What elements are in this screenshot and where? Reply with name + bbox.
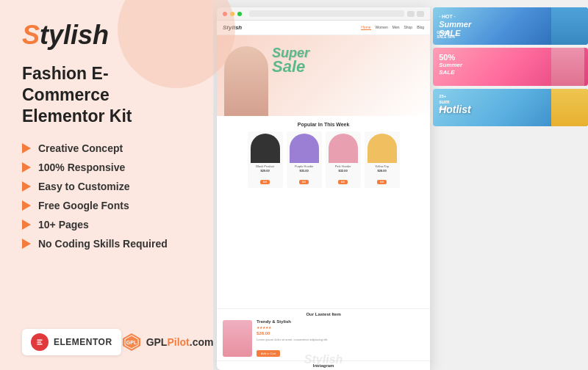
- svg-rect-1: [37, 340, 43, 341]
- browser-url-bar: [249, 10, 404, 17]
- right-panel-1: · HOT · SummerSALE GRANDSALE 50%: [433, 7, 588, 45]
- nav-link-blog[interactable]: Blog: [417, 25, 424, 30]
- gpl-label: GPLPilot.com: [146, 336, 214, 348]
- right-panel: Stylish Home Women Men Shop Blog: [213, 0, 588, 370]
- feature-label: Creative Concept: [38, 142, 123, 154]
- right-model-3: [551, 89, 588, 126]
- product-add-btn[interactable]: Add: [377, 180, 387, 184]
- arrow-icon: [22, 181, 31, 192]
- browser-search-icon: [407, 11, 415, 17]
- hero-sale-text: Sale: [272, 59, 305, 75]
- right-model-2: [551, 48, 584, 85]
- browser-icons: [407, 11, 424, 17]
- right-panel-3: 25+ summer Hotlist: [433, 89, 588, 126]
- mockup-main: Stylish Home Women Men Shop Blog: [217, 7, 430, 370]
- feature-item: Free Google Fonts: [22, 200, 191, 211]
- feature-item: No Coding Skills Required: [22, 238, 191, 250]
- stylish-watermark: Stylish: [304, 353, 343, 366]
- product-card: Black Product $29.00 Add: [248, 131, 283, 188]
- nav-link-women[interactable]: Women: [376, 25, 388, 30]
- latest-desc: Lorem ipsum dolor sit amet, consectetur …: [257, 338, 424, 342]
- product-image-pink: [329, 134, 358, 163]
- product-price: $35.00: [289, 169, 320, 173]
- products-title: Popular In This Week: [223, 122, 424, 127]
- mockup-right-column: · HOT · SummerSALE GRANDSALE 50% 50% Sum…: [433, 7, 588, 126]
- browser-bar: [217, 7, 430, 21]
- hotlist-label: Hotlist: [439, 104, 471, 115]
- feature-label: 100% Responsive: [38, 162, 125, 173]
- product-card: Purple Hoodie $35.00 Add: [287, 131, 322, 188]
- feature-label: Free Google Fonts: [38, 200, 129, 211]
- hero-left: Super Sale: [217, 35, 430, 116]
- browser-cart-icon: [417, 11, 424, 17]
- feature-label: Easy to Customize: [38, 181, 129, 192]
- logo-s: S: [22, 20, 40, 50]
- svg-rect-2: [37, 341, 42, 342]
- product-image-purple: [290, 134, 319, 163]
- product-add-btn[interactable]: Add: [338, 180, 348, 184]
- feature-item: 100% Responsive: [22, 162, 191, 173]
- product-add-btn[interactable]: Add: [260, 180, 270, 184]
- latest-item: Trendy & Stylish ★★★★★ $28.00 Lorem ipsu…: [223, 319, 424, 358]
- product-image-black: [251, 134, 280, 163]
- mockup-wrapper: Stylish Home Women Men Shop Blog: [213, 7, 588, 370]
- elementor-label: ELEMENTOR: [54, 337, 112, 347]
- product-card: Pink Hoodie $32.00 Add: [326, 131, 361, 188]
- gpl-badge: GPL GPLPilot.com: [121, 332, 214, 352]
- product-name: Yellow Top: [367, 164, 398, 168]
- product-card: Yellow Top $28.00 Add: [365, 131, 400, 188]
- arrow-icon: [22, 239, 31, 249]
- summer-sale-text-2: 50% SummerSALE: [439, 54, 462, 76]
- bottom-bar: ELEMENTOR GPL GPLPilot.com: [22, 322, 191, 355]
- logo: Stylish: [22, 22, 191, 48]
- features-list: Creative Concept 100% Responsive Easy to…: [22, 142, 191, 257]
- feature-label: No Coding Skills Required: [38, 238, 168, 250]
- latest-product-image: [223, 320, 252, 357]
- feature-item: Creative Concept: [22, 142, 191, 154]
- site-nav-links: Home Women Men Shop Blog: [361, 25, 424, 30]
- latest-stars: ★★★★★: [257, 325, 424, 330]
- latest-info: Trendy & Stylish ★★★★★ $28.00 Lorem ipsu…: [257, 319, 424, 358]
- latest-title: Our Lastest Item: [223, 312, 424, 316]
- product-name: Purple Hoodie: [289, 164, 320, 168]
- right-panel-2: 50% SummerSALE: [433, 48, 588, 85]
- site-nav: Stylish Home Women Men Shop Blog: [217, 21, 430, 35]
- logo-area: Stylish: [22, 22, 191, 48]
- feature-label: 10+ Pages: [38, 219, 89, 231]
- arrow-icon: [22, 162, 31, 173]
- latest-price: $28.00: [257, 331, 424, 335]
- elementor-badge: ELEMENTOR: [22, 329, 121, 355]
- feature-item: 10+ Pages: [22, 219, 191, 231]
- browser-dot-green: [237, 12, 242, 16]
- site-content: Super Sale Popular In This Week Black Pr…: [217, 35, 430, 370]
- title-area: Fashion E-CommerceElementor Kit: [22, 63, 191, 126]
- hero-section: Super Sale: [217, 35, 430, 116]
- nav-link-home[interactable]: Home: [361, 25, 370, 30]
- arrow-icon: [22, 220, 31, 230]
- svg-text:GPL: GPL: [126, 340, 137, 345]
- gpl-icon-svg: GPL: [121, 332, 142, 352]
- right-model-1: [551, 7, 588, 45]
- latest-add-btn[interactable]: Add to Cart: [257, 350, 280, 357]
- feature-item: Easy to Customize: [22, 181, 191, 192]
- latest-product-name: Trendy & Stylish: [257, 319, 424, 324]
- product-name: Pink Hoodie: [328, 164, 359, 168]
- product-name: Black Product: [250, 164, 281, 168]
- elementor-logo-svg: [35, 337, 45, 347]
- logo-rest: tylish: [40, 20, 109, 50]
- grand-sale-text: GRANDSALE 50%: [437, 30, 455, 39]
- product-image-yellow: [368, 134, 397, 163]
- elementor-icon: [31, 333, 49, 351]
- left-panel: Stylish Fashion E-CommerceElementor Kit …: [0, 0, 213, 370]
- product-price: $28.00: [367, 169, 398, 173]
- nav-link-shop[interactable]: Shop: [404, 25, 412, 30]
- products-grid: Black Product $29.00 Add Purple Hoodie $…: [223, 131, 424, 188]
- nav-link-men[interactable]: Men: [392, 25, 400, 30]
- main-container: Stylish Fashion E-CommerceElementor Kit …: [0, 0, 588, 370]
- svg-rect-3: [37, 344, 43, 344]
- hero-model-image: [224, 46, 268, 116]
- products-section: Popular In This Week Black Product $29.0…: [217, 116, 430, 308]
- arrow-icon: [22, 143, 31, 153]
- product-add-btn[interactable]: Add: [299, 180, 309, 184]
- main-title: Fashion E-CommerceElementor Kit: [22, 63, 191, 126]
